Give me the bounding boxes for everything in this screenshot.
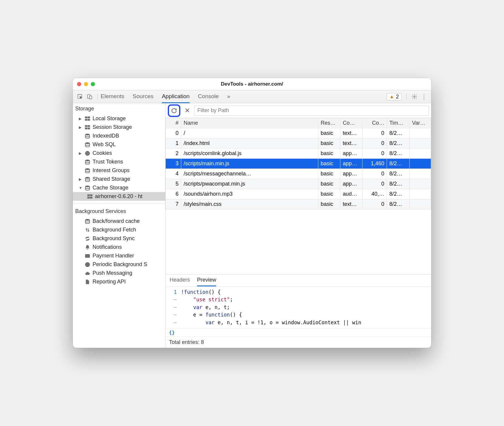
filter-toolbar: ✕ [165, 103, 431, 118]
separator [97, 94, 98, 100]
sidebar-item[interactable]: Back/forward cache [73, 217, 165, 226]
sidebar-item[interactable]: ▶Cookies [73, 149, 165, 158]
table-row[interactable]: 1/index.htmlbasictext…08/2… [166, 138, 431, 149]
table-cell: aud… [340, 189, 362, 199]
sidebar-item[interactable]: Push Messaging [73, 269, 165, 277]
sidebar-item-cache-entry[interactable]: airhorner-0.6.20 - ht [73, 192, 165, 201]
sidebar-item[interactable]: IndexedDB [73, 132, 165, 140]
svg-point-19 [85, 160, 90, 161]
table-row[interactable]: 3/scripts/main.min.jsbasicapp…1,4608/2… [166, 159, 431, 169]
sidebar-item-label: Periodic Background S [93, 261, 147, 268]
sidebar-item[interactable]: Web SQL [73, 140, 165, 149]
tab-elements[interactable]: Elements [101, 90, 124, 103]
column-header[interactable]: Co… [362, 118, 387, 128]
svg-point-3 [414, 96, 415, 98]
table-cell: 5 [166, 179, 181, 189]
sidebar-item[interactable]: ▶Session Storage [73, 123, 165, 132]
svg-rect-11 [88, 128, 90, 129]
application-sidebar: Storage ▶Local Storage▶Session StorageIn… [73, 103, 165, 348]
svg-rect-9 [88, 125, 90, 127]
sidebar-item[interactable]: Background Sync [73, 234, 165, 243]
sidebar-item[interactable]: ▼Cache Storage [73, 183, 165, 192]
sidebar-item[interactable]: Payment Handler [73, 251, 165, 260]
table-cell: basic [318, 138, 340, 149]
cloud-icon [85, 271, 90, 276]
column-header[interactable]: Co… [340, 118, 362, 128]
inspect-element-icon[interactable] [75, 94, 85, 100]
detail-tabs: Headers Preview [165, 274, 431, 287]
column-header[interactable]: # [166, 118, 181, 128]
table-cell: app… [340, 149, 362, 159]
svg-rect-26 [90, 197, 92, 198]
column-header[interactable]: Name [181, 118, 318, 128]
svg-point-15 [86, 152, 87, 153]
table-row[interactable]: 5/scripts/pwacompat.min.jsbasicapp…08/2… [166, 179, 431, 189]
sidebar-item[interactable]: Periodic Background S [73, 260, 165, 269]
clear-filter-button[interactable]: ✕ [183, 107, 191, 115]
tab-console[interactable]: Console [198, 90, 219, 103]
sidebar-item-label: Interest Groups [93, 167, 130, 174]
column-header[interactable]: Res… [318, 118, 340, 128]
sidebar-item[interactable]: Reporting API [73, 277, 165, 286]
sidebar-item[interactable]: Background Fetch [73, 226, 165, 234]
object-toggle[interactable]: {} [165, 328, 431, 337]
sidebar-item-label: Web SQL [93, 141, 116, 148]
svg-point-18 [88, 153, 89, 154]
table-cell: 8/2… [387, 159, 410, 169]
svg-point-17 [87, 154, 87, 154]
table-cell: 1,460 [362, 159, 387, 169]
tabs-overflow[interactable]: » [227, 90, 231, 103]
table-cell: 0 [362, 149, 387, 159]
sidebar-item-label: Push Messaging [93, 270, 132, 276]
table-cell: app… [340, 169, 362, 179]
settings-gear-icon[interactable] [410, 94, 419, 100]
kebab-menu-icon[interactable]: ⋮ [419, 93, 429, 100]
sidebar-item-label: Background Fetch [93, 227, 136, 233]
table-row[interactable]: 4/scripts/messagechannela…basicapp…08/2… [166, 169, 431, 179]
warnings-badge[interactable]: ▲ 2 [387, 93, 402, 101]
table-cell: 8/2… [387, 179, 410, 189]
sidebar-item-label: Session Storage [93, 124, 132, 130]
table-cell: 2 [166, 149, 181, 159]
table-cell: text… [340, 128, 362, 138]
table-cell: 8/2… [387, 128, 410, 138]
table-cell: /scripts/messagechannela… [181, 169, 318, 179]
table-row[interactable]: 7/styles/main.cssbasictext…08/2… [166, 199, 431, 209]
detail-tab-headers[interactable]: Headers [170, 277, 190, 286]
sidebar-item-label: Payment Handler [93, 253, 134, 259]
sidebar-item[interactable]: ▶Local Storage [73, 114, 165, 123]
sidebar-divider [73, 203, 165, 203]
table-cell: text… [340, 199, 362, 209]
table-cell: 0 [362, 169, 387, 179]
sidebar-section-bg: Background Services [73, 206, 165, 217]
tab-application[interactable]: Application [162, 90, 190, 103]
table-row[interactable]: 2/scripts/comlink.global.jsbasicapp…08/2… [166, 149, 431, 159]
sidebar-item[interactable]: Notifications [73, 243, 165, 251]
table-cell [410, 199, 431, 209]
table-cell: / [181, 128, 318, 138]
table-row[interactable]: 0/basictext…08/2… [166, 128, 431, 138]
column-header[interactable]: Var… [410, 118, 431, 128]
filter-input[interactable] [194, 106, 429, 116]
sidebar-item[interactable]: Trust Tokens [73, 158, 165, 166]
titlebar: DevTools - airhorner.com/ [73, 78, 431, 90]
clock-icon [85, 262, 90, 267]
table-cell: 8/2… [387, 138, 410, 149]
sidebar-item[interactable]: Interest Groups [73, 166, 165, 175]
sidebar-item[interactable]: ▶Shared Storage [73, 175, 165, 183]
svg-rect-24 [90, 195, 92, 196]
column-header[interactable]: Tim… [387, 118, 410, 128]
cache-storage-panel: ✕ #NameRes…Co…Co…Tim…Var… 0/basictext…08… [165, 103, 431, 348]
refresh-button[interactable] [168, 104, 180, 117]
detail-tab-preview[interactable]: Preview [197, 277, 216, 286]
sidebar-item-label: airhorner-0.6.20 - ht [95, 193, 142, 200]
warning-triangle-icon: ▲ [389, 94, 394, 99]
table-row[interactable]: 6/sounds/airhorn.mp3basicaud…40,…8/2… [166, 189, 431, 199]
sidebar-item-label: IndexedDB [93, 133, 119, 139]
table-cell: 8/2… [387, 149, 410, 159]
tab-sources[interactable]: Sources [133, 90, 153, 103]
preview-code: 1!function() { – "use strict"; – var e, … [165, 287, 431, 328]
device-toggle-icon[interactable] [85, 94, 94, 100]
svg-rect-5 [88, 117, 90, 118]
table-cell: 6 [166, 189, 181, 199]
